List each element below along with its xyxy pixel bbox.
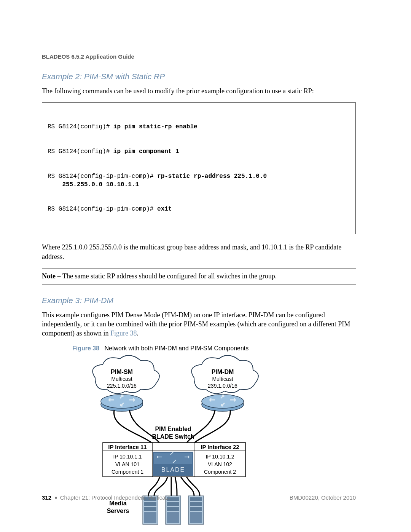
svg-text:PIM-DM: PIM-DM [212, 369, 234, 375]
svg-text:IP 10.10.1.1: IP 10.10.1.1 [113, 454, 142, 460]
code-block-example-2: RS G8124(config)# ip pim static-rp enabl… [42, 102, 356, 234]
svg-text:BLADE: BLADE [161, 466, 185, 473]
code-command: ip pim component 1 [113, 148, 179, 155]
svg-text:Multicast: Multicast [212, 376, 233, 382]
page-footer: 312 ■ Chapter 21: Protocol Independent M… [42, 494, 356, 501]
svg-text:IP 10.10.1.2: IP 10.10.1.2 [206, 454, 234, 460]
svg-text:VLAN 102: VLAN 102 [208, 461, 232, 467]
svg-rect-39 [190, 512, 202, 523]
figure-reference-link[interactable]: Figure 38 [110, 329, 137, 337]
example-3-body: This example configures PIM Dense Mode (… [42, 310, 356, 338]
svg-text:VLAN 101: VLAN 101 [115, 461, 140, 467]
chapter-title: Chapter 21: Protocol Independent Multica… [60, 494, 170, 501]
note-label: Note – [42, 272, 62, 280]
cloud-pim-dm: PIM-DM Multicast 239.1.0.0/16 [191, 355, 258, 393]
footer-right: BMD00220, October 2010 [290, 494, 356, 501]
document-header: BLADEOS 6.5.2 Application Guide [42, 53, 356, 60]
code-prompt: RS G8124(config)# [48, 148, 113, 155]
code-command: exit [157, 206, 172, 212]
figure-label: Figure 38 [72, 345, 99, 351]
svg-rect-33 [167, 507, 179, 511]
code-prompt: RS G8124(config)# [48, 123, 113, 130]
page-number: 312 [42, 494, 51, 501]
heading-example-3: Example 3: PIM-DM [42, 296, 356, 305]
code-command: ip pim static-rp enable [113, 123, 198, 130]
router-icon-left [101, 395, 143, 411]
svg-text:Component 2: Component 2 [204, 469, 236, 475]
svg-text:Component 1: Component 1 [112, 469, 143, 475]
square-bullet-icon: ■ [54, 495, 57, 500]
blade-switch-icon: BLADE [153, 452, 193, 476]
switch-label: PIM Enabled [155, 426, 191, 432]
svg-text:239.1.0.0/16: 239.1.0.0/16 [208, 383, 237, 389]
svg-rect-34 [167, 512, 179, 523]
footer-left: 312 ■ Chapter 21: Protocol Independent M… [42, 494, 170, 501]
svg-rect-38 [190, 507, 202, 511]
svg-text:IP Interface 11: IP Interface 11 [108, 444, 147, 450]
svg-text:225.1.0.0/16: 225.1.0.0/16 [107, 383, 137, 389]
svg-rect-28 [144, 507, 156, 511]
example-2-intro: The following commands can be used to mo… [42, 86, 356, 96]
svg-rect-29 [144, 512, 156, 523]
cable-icon [148, 477, 200, 496]
code-prompt: RS G8124(config-ip-pim-comp)# [48, 173, 157, 180]
figure-caption: Figure 38 Network with both PIM-DM and P… [42, 345, 356, 352]
body-text: . [137, 329, 139, 337]
network-diagram: PIM-SM Multicast 225.1.0.0/16 PIM-DM Mul… [42, 355, 356, 530]
svg-rect-37 [190, 502, 202, 506]
heading-example-2: Example 2: PIM-SM with Static RP [42, 72, 356, 81]
note-text: The same static RP address should be con… [62, 272, 277, 280]
body-text: This example configures PIM Dense Mode (… [42, 311, 350, 337]
svg-rect-32 [167, 502, 179, 506]
svg-text:PIM-SM: PIM-SM [111, 369, 133, 375]
code-prompt: RS G8124(config-ip-pim-comp)# [48, 206, 157, 212]
svg-text:Multicast: Multicast [111, 376, 132, 382]
media-servers-label: Servers [107, 508, 129, 514]
figure-caption-text: Network with both PIM-DM and PIM-SM Comp… [104, 345, 249, 351]
svg-text:IP Interface 22: IP Interface 22 [201, 444, 239, 450]
note-block: Note – The same static RP address should… [42, 268, 356, 284]
switch-label: BLADE Switch [152, 433, 194, 440]
svg-rect-27 [144, 502, 156, 506]
cloud-pim-sm: PIM-SM Multicast 225.1.0.0/16 [92, 355, 159, 393]
media-servers-label: Media [109, 500, 126, 506]
router-icon-right [202, 395, 244, 411]
example-2-followup: Where 225.1.0.0 255.255.0.0 is the multi… [42, 243, 356, 261]
